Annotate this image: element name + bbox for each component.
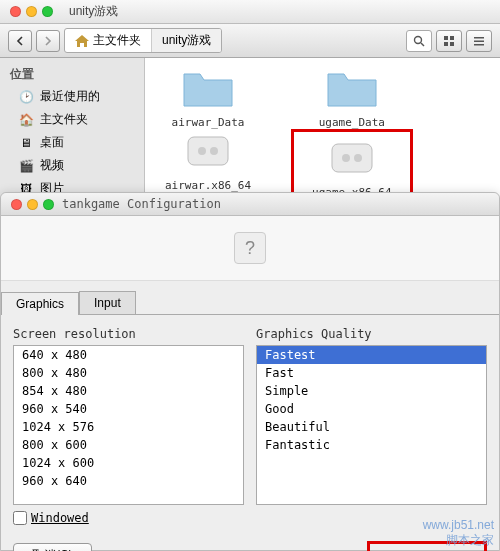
home-icon: 🏠	[18, 112, 34, 128]
resolution-option[interactable]: 640 x 480	[14, 346, 243, 364]
tab-graphics[interactable]: Graphics	[1, 292, 79, 315]
sidebar-item-label: 最近使用的	[40, 88, 100, 105]
file-label: ugame_Data	[319, 116, 385, 129]
dialog-footer: 取消(C)	[1, 533, 499, 551]
cancel-button[interactable]: 取消(C)	[13, 543, 92, 552]
cancel-label: 取消(C)	[32, 548, 73, 552]
tab-label: Input	[94, 296, 121, 310]
sidebar-item-label: 主文件夹	[40, 111, 88, 128]
quality-column: Graphics Quality Fastest Fast Simple Goo…	[256, 325, 487, 525]
config-dialog: tankgame Configuration ? Graphics Input …	[0, 192, 500, 551]
executable-icon	[184, 129, 232, 171]
svg-rect-8	[474, 44, 484, 46]
quality-option[interactable]: Simple	[257, 382, 486, 400]
finder-body: 位置 🕑最近使用的 🏠主文件夹 🖥桌面 🎬视频 🖼图片 📄文档 airwar_D…	[0, 58, 500, 198]
file-item[interactable]: airwar.x86_64	[165, 129, 251, 192]
quality-option[interactable]: Fast	[257, 364, 486, 382]
recent-icon: 🕑	[18, 89, 34, 105]
window-title: unity游戏	[69, 3, 118, 20]
highlight-box	[367, 541, 487, 551]
file-item[interactable]: ugame_Data	[291, 68, 412, 129]
view-list-button[interactable]	[466, 30, 492, 52]
sidebar-header: 位置	[0, 64, 144, 85]
windowed-row: Windowed	[13, 511, 244, 525]
svg-rect-12	[332, 144, 372, 172]
sidebar-item-label: 桌面	[40, 134, 64, 151]
sidebar-item-home[interactable]: 🏠主文件夹	[0, 108, 144, 131]
svg-point-0	[415, 36, 422, 43]
file-item[interactable]: airwar_Data	[165, 68, 251, 129]
grid-icon	[443, 35, 455, 47]
svg-point-10	[198, 147, 206, 155]
quality-listbox[interactable]: Fastest Fast Simple Good Beautiful Fanta…	[256, 345, 487, 505]
svg-rect-4	[444, 42, 448, 46]
svg-rect-5	[450, 42, 454, 46]
sidebar-item-video[interactable]: 🎬视频	[0, 154, 144, 177]
resolution-option[interactable]: 854 x 480	[14, 382, 243, 400]
chevron-right-icon	[43, 36, 53, 46]
zoom-icon[interactable]	[43, 199, 54, 210]
dialog-title: tankgame Configuration	[62, 197, 221, 211]
tab-input[interactable]: Input	[79, 291, 136, 314]
close-icon[interactable]	[11, 199, 22, 210]
minimize-icon[interactable]	[26, 6, 37, 17]
breadcrumb-home[interactable]: 主文件夹	[65, 29, 152, 52]
list-icon	[473, 35, 485, 47]
svg-point-13	[342, 154, 350, 162]
minimize-icon[interactable]	[27, 199, 38, 210]
chevron-left-icon	[15, 36, 25, 46]
resolution-listbox[interactable]: 640 x 480 800 x 480 854 x 480 960 x 540 …	[13, 345, 244, 505]
quality-option[interactable]: Fastest	[257, 346, 486, 364]
quality-option[interactable]: Good	[257, 400, 486, 418]
svg-rect-7	[474, 40, 484, 42]
zoom-icon[interactable]	[42, 6, 53, 17]
close-icon[interactable]	[10, 6, 21, 17]
tabbar: Graphics Input	[1, 291, 499, 314]
resolution-option[interactable]: 800 x 480	[14, 364, 243, 382]
windowed-checkbox[interactable]	[13, 511, 27, 525]
resolution-option[interactable]: 960 x 540	[14, 400, 243, 418]
resolution-option[interactable]: 800 x 600	[14, 436, 243, 454]
video-icon: 🎬	[18, 158, 34, 174]
file-label: airwar_Data	[172, 116, 245, 129]
forward-button[interactable]	[36, 30, 60, 52]
svg-rect-2	[444, 36, 448, 40]
unity-logo-icon: ?	[234, 232, 266, 264]
traffic-lights	[10, 6, 53, 17]
search-icon	[413, 35, 425, 47]
breadcrumb-current[interactable]: unity游戏	[152, 29, 221, 52]
resolution-label: Screen resolution	[13, 325, 244, 345]
back-button[interactable]	[8, 30, 32, 52]
sidebar-item-desktop[interactable]: 🖥桌面	[0, 131, 144, 154]
dialog-titlebar: tankgame Configuration	[1, 193, 499, 216]
svg-point-11	[210, 147, 218, 155]
folder-icon	[326, 68, 378, 108]
tab-label: Graphics	[16, 297, 64, 311]
resolution-column: Screen resolution 640 x 480 800 x 480 85…	[13, 325, 244, 525]
desktop-icon: 🖥	[18, 135, 34, 151]
breadcrumb: 主文件夹 unity游戏	[64, 28, 222, 53]
file-label: airwar.x86_64	[165, 179, 251, 192]
svg-rect-6	[474, 37, 484, 39]
svg-rect-3	[450, 36, 454, 40]
resolution-option[interactable]: 1024 x 576	[14, 418, 243, 436]
tab-content-graphics: Screen resolution 640 x 480 800 x 480 85…	[1, 314, 499, 533]
finder-toolbar: 主文件夹 unity游戏	[0, 24, 500, 58]
svg-line-1	[421, 43, 424, 46]
icon-view[interactable]: airwar_Data airwar.x86_64 ugame_Data uga…	[145, 58, 500, 198]
resolution-option[interactable]: 960 x 640	[14, 472, 243, 490]
resolution-option[interactable]: 1024 x 600	[14, 454, 243, 472]
svg-rect-9	[188, 137, 228, 165]
view-icon-button[interactable]	[436, 30, 462, 52]
content-column: airwar_Data airwar.x86_64	[165, 68, 251, 188]
breadcrumb-home-label: 主文件夹	[93, 32, 141, 49]
svg-point-14	[354, 154, 362, 162]
executable-icon	[328, 136, 376, 178]
quality-option[interactable]: Beautiful	[257, 418, 486, 436]
quality-label: Graphics Quality	[256, 325, 487, 345]
quality-option[interactable]: Fantastic	[257, 436, 486, 454]
search-button[interactable]	[406, 30, 432, 52]
sidebar-item-label: 视频	[40, 157, 64, 174]
windowed-label: Windowed	[31, 511, 89, 525]
sidebar-item-recent[interactable]: 🕑最近使用的	[0, 85, 144, 108]
